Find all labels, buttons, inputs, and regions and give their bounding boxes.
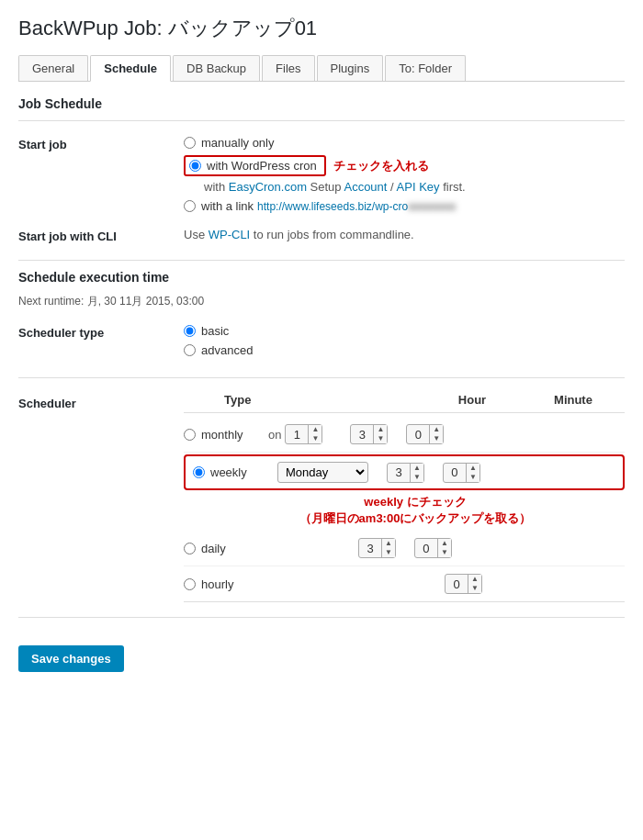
scheduler-row-weekly: weekly Monday Tuesday Wednesday Thursday…: [184, 454, 625, 490]
cli-line: Use WP-CLI to run jobs from commandline.: [184, 228, 625, 241]
label-wp-cron: with WordPress cron: [207, 159, 317, 173]
daily-minute-down[interactable]: ▼: [438, 548, 451, 557]
scheduler-type-options: basic advanced: [184, 319, 625, 368]
tabs-bar: General Schedule DB Backup Files Plugins…: [18, 55, 625, 82]
weekly-annotation-line1: weekly にチェック: [364, 495, 466, 509]
tab-general[interactable]: General: [18, 55, 88, 81]
daily-hour-down[interactable]: ▼: [382, 548, 395, 557]
scheduler-row-monthly: monthly on 1 ▲ ▼ 3 ▲ ▼: [184, 417, 625, 453]
radio-monthly[interactable]: [184, 429, 196, 441]
radio-advanced[interactable]: [184, 344, 196, 356]
radio-row-manually: manually only: [184, 136, 625, 150]
radio-wp-cron[interactable]: [189, 160, 201, 172]
monthly-minute-down[interactable]: ▼: [430, 434, 443, 443]
header-minute: Minute: [536, 393, 610, 407]
monthly-hour-down[interactable]: ▼: [374, 434, 387, 443]
monthly-hour-arrows: ▲ ▼: [373, 425, 387, 443]
radio-manually[interactable]: [184, 137, 196, 149]
monthly-hour-input: 3 ▲ ▼: [350, 424, 388, 444]
wp-cli-link[interactable]: WP-CLI: [209, 228, 251, 241]
monthly-day-value: 1: [286, 426, 308, 443]
weekly-hour-up[interactable]: ▲: [411, 464, 423, 473]
monthly-day-input: 1 ▲ ▼: [285, 424, 322, 444]
start-job-cli-label: Start job with CLI: [18, 222, 184, 251]
easycron-account-link[interactable]: Account: [344, 180, 387, 194]
label-basic: basic: [201, 324, 229, 338]
easycron-first-text: first.: [440, 180, 466, 194]
weekly-minute-input: 0 ▲ ▼: [443, 463, 480, 483]
weekly-minute-down[interactable]: ▼: [467, 473, 479, 482]
hourly-minute-value: 0: [446, 576, 468, 593]
radio-basic[interactable]: [184, 325, 196, 337]
hourly-minute-up[interactable]: ▲: [468, 575, 481, 584]
header-hour: Hour: [426, 393, 518, 407]
hourly-minute-arrows: ▲ ▼: [468, 575, 481, 593]
label-link: with a link: [201, 199, 254, 213]
weekly-hour-value: 3: [388, 464, 410, 481]
divider-3: [18, 377, 625, 378]
link-url-blurred: xxxxxxxx: [408, 199, 456, 213]
weekly-minute-value: 0: [444, 464, 466, 481]
radio-row-link: with a link http://www.lifeseeds.biz/wp-…: [184, 199, 625, 213]
easycron-apikey-link[interactable]: API Key: [397, 180, 440, 194]
hourly-minute-down[interactable]: ▼: [468, 584, 481, 593]
weekly-hour-down[interactable]: ▼: [411, 473, 423, 482]
link-url: http://www.lifeseeds.biz/wp-cro: [257, 200, 408, 213]
monthly-day-down[interactable]: ▼: [309, 434, 322, 443]
easycron-with-text: with: [204, 180, 229, 194]
weekly-minute-arrows: ▲ ▼: [466, 464, 479, 482]
easycron-setup-text: Setup: [307, 180, 344, 194]
radio-row-wp-cron: with WordPress cron チェックを入れる: [184, 155, 625, 176]
scheduler-type-label: Scheduler type: [18, 319, 184, 368]
monthly-label: monthly: [201, 428, 261, 442]
daily-hour-input: 3 ▲ ▼: [358, 538, 396, 558]
weekly-minute-up[interactable]: ▲: [467, 464, 479, 473]
on-label-monthly: on: [268, 428, 281, 442]
radio-link[interactable]: [184, 200, 196, 212]
daily-minute-up[interactable]: ▲: [438, 539, 451, 548]
monthly-minute-up[interactable]: ▲: [430, 425, 443, 434]
start-job-label: Start job: [18, 130, 184, 222]
daily-hour-arrows: ▲ ▼: [381, 539, 395, 557]
monthly-minute-value: 0: [407, 426, 429, 443]
weekly-hour-input: 3 ▲ ▼: [387, 463, 424, 483]
monthly-hour-value: 3: [351, 426, 373, 443]
daily-hour-up[interactable]: ▲: [382, 539, 395, 548]
monthly-hour-up[interactable]: ▲: [374, 425, 387, 434]
save-button[interactable]: Save changes: [18, 645, 124, 672]
schedule-exec-section-title: Schedule execution time: [18, 270, 625, 285]
tab-plugins[interactable]: Plugins: [317, 55, 384, 81]
weekly-hour-arrows: ▲ ▼: [410, 464, 423, 482]
monthly-day-up[interactable]: ▲: [309, 425, 322, 434]
cli-content: Use WP-CLI to run jobs from commandline.: [184, 222, 625, 251]
hourly-minute-input: 0 ▲ ▼: [445, 574, 482, 594]
daily-minute-value: 0: [415, 540, 437, 557]
scheduler-table-outer: Scheduler Type Hour Minute monthly on 1: [18, 387, 625, 608]
weekly-day-select[interactable]: Monday Tuesday Wednesday Thursday Friday…: [277, 462, 368, 483]
hourly-label: hourly: [201, 577, 261, 591]
easycron-link[interactable]: EasyCron.com: [229, 180, 307, 194]
radio-row-basic: basic: [184, 324, 625, 338]
radio-hourly[interactable]: [184, 578, 196, 590]
daily-label: daily: [201, 542, 261, 555]
weekly-annotation-line2: （月曜日のam3:00にバックアップを取る）: [299, 511, 532, 525]
tab-to-folder[interactable]: To: Folder: [385, 55, 466, 81]
monthly-day-arrows: ▲ ▼: [308, 425, 322, 443]
page-wrapper: BackWPup Job: バックアップ01 General Schedule …: [0, 0, 643, 840]
radio-weekly[interactable]: [193, 466, 205, 478]
divider-4: [18, 617, 625, 618]
tab-db-backup[interactable]: DB Backup: [173, 55, 260, 81]
tab-schedule[interactable]: Schedule: [90, 55, 171, 82]
job-schedule-section-title: Job Schedule: [18, 96, 625, 111]
daily-minute-arrows: ▲ ▼: [437, 539, 451, 557]
start-job-options: manually only with WordPress cron チェックを入…: [184, 130, 625, 222]
easycron-line: with EasyCron.com Setup Account / API Ke…: [204, 180, 625, 194]
label-advanced: advanced: [201, 343, 253, 357]
weekly-label: weekly: [210, 465, 270, 479]
radio-daily[interactable]: [184, 543, 196, 554]
tab-files[interactable]: Files: [262, 55, 314, 81]
monthly-minute-arrows: ▲ ▼: [429, 425, 443, 443]
scheduler-content: Type Hour Minute monthly on 1 ▲ ▼: [184, 387, 625, 608]
easycron-slash: /: [387, 180, 396, 194]
scheduler-label: Scheduler: [18, 387, 184, 608]
